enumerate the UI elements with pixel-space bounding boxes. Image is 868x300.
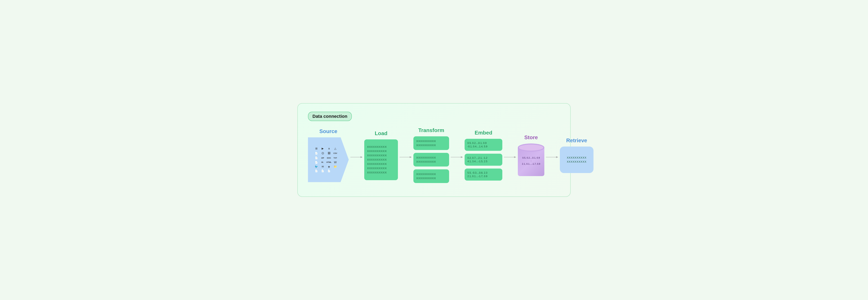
retrieve-line-2: XXXXXXXXXX [567,160,587,163]
arrow-source-load [349,155,364,159]
svg-marker-5 [461,156,463,158]
transform-box-1: XXXXXXXXXX XXXXXXXXXX [413,136,449,150]
store-line-1: 0.5, 0.2....0.1, 0.9 [522,157,540,159]
stage-source: Source ⊞ ▶ ʙ △ 📄 ⊙ 🖼 CSV 📄 ZIP DOC [308,128,349,182]
store-line-2: : [531,160,531,162]
icon-github: ⊙ [320,151,325,155]
icon-empty [333,169,338,172]
arrow-svg-4 [504,155,516,159]
source-icons: ⊞ ▶ ʙ △ 📄 ⊙ 🖼 CSV 📄 ZIP DOC TXT 📄 [314,147,341,172]
embed-box-1-line-2: -0.1, 0.4....1.4, 5.9 [467,145,499,148]
icon-twitter: 🐦 [314,165,319,168]
svg-marker-9 [556,156,558,158]
icon-txt: TXT [333,156,338,159]
transform-box-2: XXXXXXXXXX XXXXXXXXXX [413,153,449,167]
icon-doc6: 📄 [320,169,325,172]
source-shape: ⊞ ▶ ʙ △ 📄 ⊙ 🖼 CSV 📄 ZIP DOC TXT 📄 [308,137,349,182]
embed-box-3: 5.5, -0.3....0.8, 2.3 2.1, 0.1....-1.7, … [465,169,502,180]
arrow-store-retrieve [544,155,560,159]
embed-col: 0.5, 0.2....0.1, 0.9 -0.1, 0.4....1.4, 5… [465,139,502,180]
retrieve-shape: XXXXXXXXXX XXXXXXXXXX [560,146,593,173]
stage-transform: Transform XXXXXXXXXX XXXXXXXXXX XXXXXXXX… [413,127,449,183]
stage-retrieve: Retrieve XXXXXXXXXX XXXXXXXXXX [560,137,593,173]
load-line-1: XXXXXXXXXX [367,145,395,148]
icon-md: M↓ [320,161,325,164]
transform-box-1-line-1: XXXXXXXXXX [416,140,446,143]
transform-label: Transform [418,127,444,133]
icon-mail: ✉ [320,165,325,168]
stage-embed: Embed 0.5, 0.2....0.1, 0.9 -0.1, 0.4....… [465,130,502,180]
icon-grid: ⊞ [314,147,319,150]
store-cylinder: 0.5, 0.2....0.1, 0.9 : 2.1, 0.1....-1.7,… [518,143,544,176]
icon-doc2: 📄 [314,156,319,159]
transform-col: XXXXXXXXXX XXXXXXXXXX XXXXXXXXXX XXXXXXX… [413,136,449,183]
load-line-4: XXXXXXXXXX [367,158,395,161]
embed-box-3-line-2: 2.1, 0.1....-1.7, 0.9 [467,175,499,178]
icon-triangle: △ [333,147,338,150]
embed-box-1-line-1: 0.5, 0.2....0.1, 0.9 [467,142,499,144]
transform-box-3: XXXXXXXXXX XXXXXXXXXX [413,169,449,183]
icon-zip: ZIP [320,156,325,159]
source-label: Source [319,128,337,134]
icon-wiki: W [333,161,338,164]
transform-box-3-line-1: XXXXXXXXXX [416,173,446,176]
arrow-svg-1 [350,155,363,159]
arrow-svg-2 [400,155,412,159]
arrow-embed-store [502,155,518,159]
transform-box-2-line-2: XXXXXXXXXX [416,160,446,163]
icon-csv: CSV [333,151,338,155]
store-line-3: 2.1, 0.1....-1.7, 0.9 [522,163,540,165]
transform-box-1-line-2: XXXXXXXXXX [416,144,446,147]
icon-image: 🖼 [327,151,332,155]
embed-box-3-line-1: 5.5, -0.3....0.8, 2.3 [467,171,499,174]
embed-box-2-line-2: 4.1, 3.4....-1.5, 2.5 [467,160,499,163]
arrow-transform-embed [449,155,465,159]
svg-marker-1 [361,156,363,158]
store-label: Store [524,134,538,141]
stage-store: Store 0.5, 0.2....0.1, 0.9 : 2.1, 0.1...… [518,134,544,176]
stage-load: Load XXXXXXXXXX XXXXXXXXXX XXXXXXXXXX XX… [364,130,398,180]
transform-box-2-line-1: XXXXXXXXXX [416,156,446,159]
svg-marker-7 [514,156,516,158]
icon-doc5: 📄 [314,169,319,172]
icon-doc1: 📄 [314,151,319,155]
load-line-6: XXXXXXXXXX [367,167,395,170]
retrieve-label: Retrieve [566,137,587,144]
embed-box-2: 0.2, 0.7....2.1, -1.2 4.1, 3.4....-1.5, … [465,154,502,166]
icon-doc7: 📄 [327,169,332,172]
cylinder-text: 0.5, 0.2....0.1, 0.9 : 2.1, 0.1....-1.7,… [518,143,544,176]
icon-discord: ʙ [327,147,332,150]
badge: Data connection [308,112,352,121]
transform-box-3-line-2: XXXXXXXXXX [416,177,446,180]
load-line-2: XXXXXXXXXX [367,149,395,153]
pipeline: Source ⊞ ▶ ʙ △ 📄 ⊙ 🖼 CSV 📄 ZIP DOC [308,127,560,183]
load-line-7: XXXXXXXXXX [367,171,395,174]
embed-box-2-line-1: 0.2, 0.7....2.1, -1.2 [467,157,499,159]
arrow-svg-3 [451,155,463,159]
load-line-3: XXXXXXXXXX [367,154,395,157]
icon-play: ▶ [320,147,325,150]
arrow-svg-5 [546,155,558,159]
badge-label: Data connection [312,114,347,119]
embed-label: Embed [474,130,492,136]
load-label: Load [375,130,387,137]
embed-box-1: 0.5, 0.2....0.1, 0.9 -0.1, 0.4....1.4, 5… [465,139,502,151]
diagram-container: Data connection Source ⊞ ▶ ʙ △ 📄 ⊙ 🖼 CSV [297,103,571,197]
svg-marker-3 [410,156,412,158]
icon-doc3: DOC [327,156,332,159]
arrow-load-transform [398,155,413,159]
retrieve-line-1: XXXXXXXXXX [567,156,587,159]
load-line-5: XXXXXXXXXX [367,162,395,166]
icon-folder: 📁 [333,165,338,168]
icon-html: HTML [327,161,332,164]
icon-doc4: 📄 [314,161,319,164]
icon-notion: ◈ [327,165,332,168]
load-box: XXXXXXXXXX XXXXXXXXXX XXXXXXXXXX XXXXXXX… [364,139,398,180]
